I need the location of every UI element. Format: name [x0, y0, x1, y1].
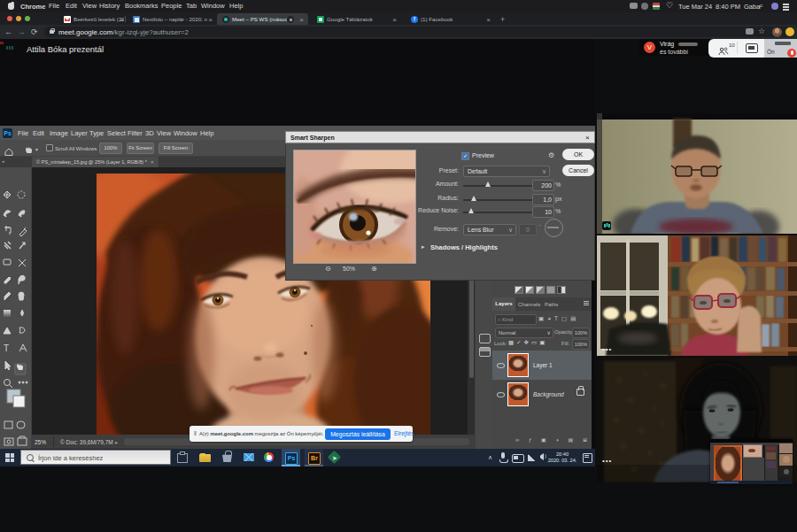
svg-text:T: T [4, 343, 9, 353]
